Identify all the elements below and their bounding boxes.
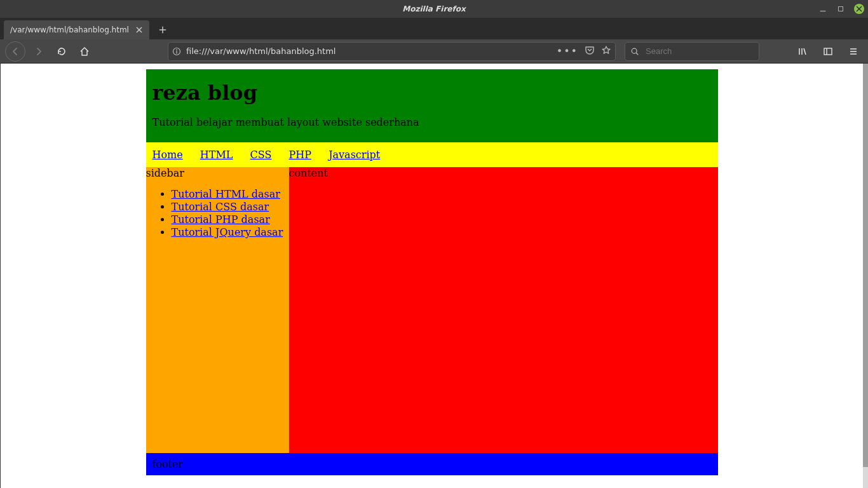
back-button[interactable] (5, 41, 25, 62)
nav-link-html[interactable]: HTML (200, 149, 233, 161)
reload-icon (57, 46, 67, 57)
browser-tabstrip: /var/www/html/bahanblog.html (0, 18, 868, 39)
star-icon (601, 45, 611, 55)
page-footer: footer (146, 453, 718, 475)
arrow-left-icon (10, 46, 20, 57)
nav-link-css[interactable]: CSS (250, 149, 272, 161)
tab-close-button[interactable] (134, 25, 144, 35)
window-maximize-button[interactable] (836, 4, 845, 13)
svg-line-15 (804, 48, 806, 55)
list-item: Tutorial PHP dasar (172, 214, 289, 226)
viewport-scrollbar[interactable] (863, 64, 868, 488)
tab-title: /var/www/html/bahanblog.html (10, 25, 129, 34)
library-icon (797, 46, 808, 57)
page-content: content (289, 167, 718, 453)
body-row: sidebar Tutorial HTML dasar Tutorial CSS… (146, 167, 718, 453)
app-menu-button[interactable] (844, 42, 863, 61)
svg-rect-1 (839, 7, 843, 11)
content-label: content (289, 167, 329, 179)
info-icon (172, 47, 181, 56)
home-button[interactable] (75, 42, 94, 61)
reload-button[interactable] (52, 42, 71, 61)
svg-line-12 (636, 53, 638, 55)
arrow-right-icon (34, 46, 44, 57)
svg-point-11 (632, 48, 637, 53)
svg-point-9 (176, 49, 177, 50)
sidebar-link-php[interactable]: Tutorial PHP dasar (172, 214, 270, 226)
window-title: Mozilla Firefox (402, 4, 465, 13)
site-info-button[interactable] (172, 47, 181, 56)
window-close-button[interactable] (854, 4, 864, 14)
search-icon (630, 47, 639, 56)
nav-menu: Home HTML CSS PHP Javascript (146, 142, 718, 167)
search-bar[interactable] (625, 42, 759, 61)
nav-link-home[interactable]: Home (153, 149, 183, 161)
library-button[interactable] (793, 42, 812, 61)
sidebar-list: Tutorial HTML dasar Tutorial CSS dasar T… (146, 188, 289, 239)
new-tab-button[interactable] (153, 20, 172, 39)
url-bar[interactable]: file:///var/www/html/bahanblog.html ••• (168, 42, 616, 61)
window-minimize-button[interactable] (818, 4, 827, 13)
list-item: Tutorial CSS dasar (172, 201, 289, 214)
scrollbar-thumb[interactable] (863, 64, 868, 467)
site-title: reza blog (153, 81, 712, 105)
page-wrapper: reza blog Tutorial belajar membuat layou… (146, 69, 718, 475)
sidebar-toggle-button[interactable] (818, 42, 837, 61)
os-titlebar: Mozilla Firefox (0, 0, 868, 18)
url-text: file:///var/www/html/bahanblog.html (186, 46, 552, 56)
list-item: Tutorial JQuery dasar (172, 226, 289, 239)
site-subtitle: Tutorial belajar membuat layout website … (153, 116, 712, 128)
list-item: Tutorial HTML dasar (172, 188, 289, 201)
window-controls (818, 0, 864, 18)
browser-tab-active[interactable]: /var/www/html/bahanblog.html (4, 20, 149, 39)
nav-link-php[interactable]: PHP (289, 149, 311, 161)
nav-link-javascript[interactable]: Javascript (329, 149, 380, 161)
sidebar-link-jquery[interactable]: Tutorial JQuery dasar (172, 226, 283, 238)
page-actions-button[interactable]: ••• (557, 45, 578, 57)
close-icon (135, 26, 143, 34)
page-viewport: reza blog Tutorial belajar membuat layou… (1, 64, 863, 488)
bookmark-button[interactable] (601, 45, 611, 58)
pocket-button[interactable] (585, 45, 595, 58)
page-sidebar: sidebar Tutorial HTML dasar Tutorial CSS… (146, 167, 289, 453)
browser-toolbar: file:///var/www/html/bahanblog.html ••• (0, 39, 868, 64)
footer-label: footer (153, 458, 184, 470)
svg-rect-16 (824, 48, 832, 55)
page-header: reza blog Tutorial belajar membuat layou… (146, 69, 718, 142)
forward-button[interactable] (29, 42, 48, 61)
minimize-icon (818, 4, 827, 14)
sidebar-icon (823, 46, 833, 57)
sidebar-label: sidebar (146, 167, 184, 179)
close-icon (854, 4, 864, 14)
plus-icon (158, 25, 167, 34)
home-icon (79, 46, 90, 57)
pocket-icon (585, 45, 595, 55)
sidebar-link-css[interactable]: Tutorial CSS dasar (172, 201, 269, 213)
svg-rect-10 (176, 51, 177, 53)
sidebar-link-html[interactable]: Tutorial HTML dasar (172, 188, 280, 200)
search-input[interactable] (644, 46, 754, 57)
maximize-icon (836, 4, 845, 14)
hamburger-icon (848, 46, 858, 57)
